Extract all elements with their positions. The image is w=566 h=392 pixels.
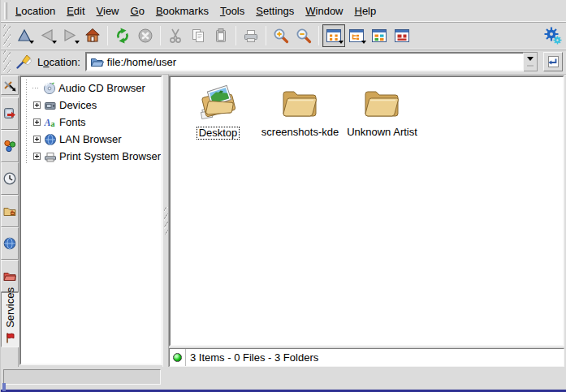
print-button[interactable] xyxy=(240,24,262,47)
forward-button[interactable] xyxy=(58,24,81,47)
tree-item-label: LAN Browser xyxy=(59,133,122,145)
cut-icon xyxy=(166,27,184,45)
menu-edit[interactable]: Edit xyxy=(61,2,90,19)
dropdown-caret-icon xyxy=(75,41,80,46)
globe-icon xyxy=(43,132,57,146)
paste-button[interactable] xyxy=(210,24,232,47)
tree-guide xyxy=(22,148,30,165)
location-input[interactable]: file:/home/user xyxy=(85,52,524,71)
home-button[interactable] xyxy=(81,24,104,47)
location-combobox: file:/home/user xyxy=(85,52,538,71)
home-folder-icon xyxy=(2,204,17,218)
configure-tools-icon xyxy=(2,78,17,93)
configure-sidebar-button[interactable] xyxy=(1,75,19,95)
icon-view-panel[interactable]: Desktop screenshots-kde xyxy=(169,75,564,347)
expand-toggle[interactable] xyxy=(33,101,41,109)
expand-toggle[interactable] xyxy=(33,118,41,126)
bottom-edge xyxy=(1,388,566,392)
devices-icon xyxy=(43,98,57,112)
toolbar-handle[interactable] xyxy=(3,24,11,47)
stop-icon xyxy=(136,27,154,45)
status-text: 3 Items - 0 Files - 3 Folders xyxy=(186,351,318,364)
sidebar-tab-network[interactable] xyxy=(1,227,19,260)
location-value: file:/home/user xyxy=(107,56,176,68)
go-button[interactable] xyxy=(543,52,563,71)
content-area: Services xyxy=(1,75,566,367)
tabstrip-filler xyxy=(1,347,19,367)
location-toolbar-handle[interactable] xyxy=(3,50,11,73)
view-statusbar: 3 Items - 0 Files - 3 Folders xyxy=(169,348,564,367)
menubar-handle[interactable] xyxy=(4,2,7,19)
zoom-in-icon xyxy=(272,27,290,45)
sidebar-tab-services[interactable]: Services xyxy=(1,292,19,347)
expand-toggle[interactable] xyxy=(33,136,41,143)
svg-text:a: a xyxy=(50,119,54,128)
toolbar-separator xyxy=(266,26,266,45)
menu-view[interactable]: View xyxy=(91,2,125,19)
menu-bookmarks[interactable]: Bookmarks xyxy=(150,2,214,19)
printer-icon xyxy=(43,149,57,163)
menu-window[interactable]: Window xyxy=(300,2,348,19)
home-icon xyxy=(84,27,102,45)
zoom-in-button[interactable] xyxy=(270,24,292,47)
sidebar-tab-bookmarks[interactable] xyxy=(1,97,19,130)
tree-item-devices[interactable]: Devices xyxy=(22,97,160,114)
tree-item-label: Audio CD Browser xyxy=(58,82,145,94)
menu-tools[interactable]: Tools xyxy=(214,2,250,19)
menu-location[interactable]: Location xyxy=(10,2,61,19)
desktop-folder-icon xyxy=(197,82,240,124)
tree-item-print-system-browser[interactable]: Print System Browser xyxy=(22,148,160,165)
file-desktop[interactable]: Desktop xyxy=(177,82,259,140)
tree-item-label: Print System Browser xyxy=(59,150,161,162)
tree-view-button[interactable] xyxy=(345,24,368,47)
kde-logo-button[interactable] xyxy=(542,24,564,47)
menu-go[interactable]: Go xyxy=(125,2,150,19)
expand-toggle[interactable] xyxy=(33,153,41,160)
tree-guide xyxy=(22,80,30,97)
file-unknown-artist[interactable]: Unknown Artist xyxy=(341,82,423,138)
print-icon xyxy=(242,27,260,45)
sidebar-tab-home-folder[interactable] xyxy=(1,195,19,227)
menu-settings[interactable]: Settings xyxy=(250,2,300,19)
window-statusbar xyxy=(1,367,566,388)
progress-area xyxy=(1,367,165,388)
corner-mark xyxy=(2,383,6,391)
file-label: Unknown Artist xyxy=(347,127,417,138)
zoom-out-button[interactable] xyxy=(292,24,315,47)
tree-item-lan-browser[interactable]: LAN Browser xyxy=(22,131,160,148)
toolbar-separator xyxy=(160,26,161,45)
file-screenshots-kde[interactable]: screenshots-kde xyxy=(259,82,341,138)
tree-item-audio-cd-browser[interactable]: Audio CD Browser xyxy=(22,80,160,97)
konqueror-window: Location Edit View Go Bookmarks Tools Se… xyxy=(0,0,566,392)
tree-guide xyxy=(22,131,30,148)
up-button[interactable] xyxy=(13,24,36,47)
icon-view-button[interactable] xyxy=(322,24,345,47)
location-label: Location: xyxy=(37,56,80,68)
multicolumn-view-button[interactable] xyxy=(368,24,391,47)
sidebar-tab-history[interactable] xyxy=(1,162,19,195)
clear-location-button[interactable] xyxy=(13,51,34,72)
status-led-icon xyxy=(173,353,182,362)
tree-item-fonts[interactable]: A a Fonts xyxy=(22,114,160,131)
stop-button[interactable] xyxy=(134,24,157,47)
services-tab-label: Services xyxy=(4,287,16,328)
tree-item-label: Fonts xyxy=(59,116,86,128)
panel-splitter[interactable] xyxy=(162,75,169,367)
image-view-button[interactable] xyxy=(391,24,413,47)
reload-button[interactable] xyxy=(111,24,134,47)
dropdown-caret-icon xyxy=(29,41,34,46)
tree-branch xyxy=(32,88,40,88)
cut-button[interactable] xyxy=(164,24,187,47)
file-label: screenshots-kde xyxy=(261,127,339,138)
go-enter-icon xyxy=(545,54,561,70)
zoom-out-icon xyxy=(295,27,313,45)
back-button[interactable] xyxy=(36,24,58,47)
location-dropdown-button[interactable] xyxy=(524,52,538,71)
progress-bar xyxy=(3,369,161,385)
copy-button[interactable] xyxy=(187,24,210,47)
menu-help[interactable]: Help xyxy=(349,2,382,19)
image-view-icon xyxy=(393,27,411,45)
red-folder-icon xyxy=(2,269,17,283)
splitter-grip-icon xyxy=(164,207,168,235)
sidebar-tab-applications[interactable] xyxy=(1,130,19,162)
